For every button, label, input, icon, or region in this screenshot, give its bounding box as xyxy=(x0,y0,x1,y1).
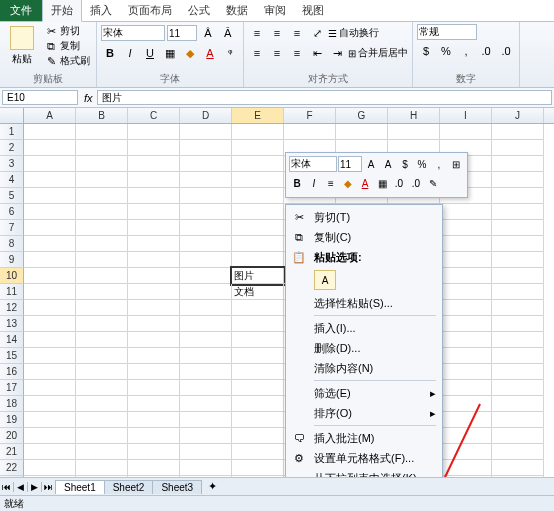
column-header[interactable]: B xyxy=(76,108,128,123)
mini-comma-icon[interactable]: , xyxy=(431,156,447,172)
cell[interactable] xyxy=(24,236,76,252)
cell[interactable] xyxy=(492,300,544,316)
cell[interactable] xyxy=(180,380,232,396)
border-button[interactable]: ▦ xyxy=(161,44,179,62)
mini-bold-button[interactable]: B xyxy=(289,175,305,191)
cell[interactable] xyxy=(180,220,232,236)
row-header[interactable]: 14 xyxy=(0,332,24,348)
row-header[interactable]: 13 xyxy=(0,316,24,332)
cell[interactable] xyxy=(76,380,128,396)
cell[interactable] xyxy=(180,188,232,204)
cell[interactable] xyxy=(284,124,336,140)
cell[interactable] xyxy=(128,364,180,380)
cell[interactable] xyxy=(492,220,544,236)
cell[interactable] xyxy=(24,252,76,268)
align-right-icon[interactable]: ≡ xyxy=(288,44,306,62)
cell[interactable] xyxy=(24,188,76,204)
row-header[interactable]: 22 xyxy=(0,460,24,476)
cell[interactable] xyxy=(440,348,492,364)
mini-italic-button[interactable]: I xyxy=(306,175,322,191)
cell[interactable] xyxy=(76,140,128,156)
cell[interactable] xyxy=(492,396,544,412)
cell[interactable] xyxy=(76,220,128,236)
cell[interactable] xyxy=(24,268,76,284)
cell[interactable] xyxy=(76,364,128,380)
font-size-select[interactable] xyxy=(167,25,197,41)
column-header[interactable]: I xyxy=(440,108,492,123)
sheet-nav-last[interactable]: ⏭ xyxy=(42,482,56,492)
cell[interactable] xyxy=(440,268,492,284)
row-header[interactable]: 16 xyxy=(0,364,24,380)
ctx-delete[interactable]: 删除(D)... xyxy=(288,338,440,358)
cell[interactable] xyxy=(128,428,180,444)
cell[interactable] xyxy=(76,412,128,428)
ctx-insert-comment[interactable]: 🗨插入批注(M) xyxy=(288,428,440,448)
sheet-tab[interactable]: Sheet2 xyxy=(104,480,154,494)
mini-currency-icon[interactable]: $ xyxy=(397,156,413,172)
cell[interactable] xyxy=(180,364,232,380)
cell[interactable] xyxy=(440,396,492,412)
align-bottom-icon[interactable]: ≡ xyxy=(288,24,306,42)
cell[interactable] xyxy=(180,124,232,140)
cell[interactable] xyxy=(76,268,128,284)
cell[interactable] xyxy=(232,140,284,156)
cell[interactable] xyxy=(24,460,76,476)
tab-home[interactable]: 开始 xyxy=(42,0,82,22)
increase-indent-icon[interactable]: ⇥ xyxy=(328,44,346,62)
tab-view[interactable]: 视图 xyxy=(294,0,332,21)
cell[interactable] xyxy=(24,124,76,140)
cell[interactable] xyxy=(440,284,492,300)
cell[interactable] xyxy=(24,444,76,460)
cell[interactable] xyxy=(76,236,128,252)
cell[interactable] xyxy=(440,204,492,220)
cell[interactable] xyxy=(232,316,284,332)
cell[interactable] xyxy=(128,140,180,156)
cell[interactable] xyxy=(180,284,232,300)
row-header[interactable]: 20 xyxy=(0,428,24,444)
cell[interactable] xyxy=(24,156,76,172)
cell[interactable] xyxy=(440,252,492,268)
cell[interactable] xyxy=(128,444,180,460)
cell[interactable] xyxy=(180,316,232,332)
row-header[interactable]: 18 xyxy=(0,396,24,412)
cell[interactable] xyxy=(232,428,284,444)
sheet-nav-next[interactable]: ▶ xyxy=(28,482,42,492)
cell[interactable] xyxy=(24,300,76,316)
row-header[interactable]: 9 xyxy=(0,252,24,268)
cell[interactable] xyxy=(180,140,232,156)
cell[interactable] xyxy=(24,140,76,156)
cell[interactable] xyxy=(128,300,180,316)
cell[interactable] xyxy=(440,124,492,140)
cell[interactable] xyxy=(24,220,76,236)
sheet-nav-prev[interactable]: ◀ xyxy=(14,482,28,492)
mini-align-icon[interactable]: ≡ xyxy=(323,175,339,191)
merge-center-button[interactable]: ⊞合并后居中 xyxy=(348,46,408,60)
cell[interactable] xyxy=(180,428,232,444)
ctx-copy[interactable]: ⧉复制(C) xyxy=(288,227,440,247)
formula-input[interactable] xyxy=(97,90,552,105)
cell[interactable] xyxy=(492,428,544,444)
ctx-sort[interactable]: 排序(O)▸ xyxy=(288,403,440,423)
cell[interactable] xyxy=(232,172,284,188)
paste-option-default[interactable]: A xyxy=(314,270,336,290)
decrease-indent-icon[interactable]: ⇤ xyxy=(308,44,326,62)
cell[interactable] xyxy=(180,332,232,348)
cell[interactable]: 图片 xyxy=(232,268,284,284)
cell[interactable] xyxy=(180,252,232,268)
cell[interactable] xyxy=(128,316,180,332)
cell[interactable] xyxy=(76,396,128,412)
cell[interactable] xyxy=(24,172,76,188)
cell[interactable] xyxy=(76,348,128,364)
ctx-clear[interactable]: 清除内容(N) xyxy=(288,358,440,378)
sheet-nav-first[interactable]: ⏮ xyxy=(0,482,14,492)
tab-review[interactable]: 审阅 xyxy=(256,0,294,21)
cell[interactable] xyxy=(76,332,128,348)
cell[interactable] xyxy=(440,220,492,236)
cell[interactable] xyxy=(492,124,544,140)
number-format-select[interactable] xyxy=(417,24,477,40)
cell[interactable] xyxy=(440,236,492,252)
sheet-tab[interactable]: Sheet3 xyxy=(152,480,202,494)
ctx-insert[interactable]: 插入(I)... xyxy=(288,318,440,338)
cell[interactable] xyxy=(492,204,544,220)
format-painter-button[interactable]: ✎格式刷 xyxy=(42,54,92,68)
